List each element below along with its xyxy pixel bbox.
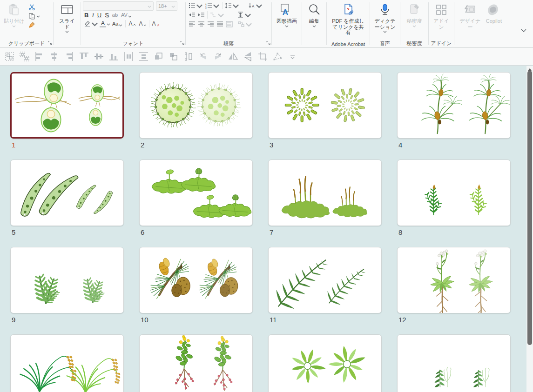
font-dialog-launcher[interactable]: [180, 40, 184, 47]
decrease-indent-button[interactable]: [188, 11, 196, 19]
italic-button[interactable]: I: [90, 12, 95, 19]
list-level-button[interactable]: [209, 11, 225, 19]
crop-button[interactable]: [257, 51, 269, 62]
sensitivity-group-label: 秘密度: [400, 40, 428, 47]
align-center-button[interactable]: [197, 20, 206, 28]
distribute-text-button[interactable]: [225, 20, 234, 28]
slide-art-crescent-desmids: [11, 160, 123, 226]
new-slide-button[interactable]: スライド: [55, 1, 79, 33]
highlight-color-button[interactable]: [83, 20, 99, 28]
slide-thumbnail-9[interactable]: [10, 247, 124, 313]
slide-thumbnail-11[interactable]: [268, 247, 382, 313]
distribute-horizontal-button[interactable]: [123, 51, 135, 62]
ungroup-button[interactable]: [19, 51, 30, 62]
slide-thumbnail-13[interactable]: [10, 334, 124, 392]
change-case-button[interactable]: Aa: [111, 21, 124, 27]
collapse-ribbon-button[interactable]: [520, 26, 527, 34]
convert-smartart-button[interactable]: [237, 20, 253, 28]
paragraph-dialog-launcher[interactable]: [266, 40, 270, 47]
flip-vertical-button[interactable]: [242, 51, 254, 62]
svg-text:A: A: [252, 4, 255, 8]
align-right-button[interactable]: [206, 20, 215, 28]
character-spacing-button[interactable]: AV: [120, 12, 133, 18]
distribute-vertical-button[interactable]: [138, 51, 149, 62]
sensitivity-button[interactable]: 秘密度: [405, 1, 424, 27]
underline-button[interactable]: U: [96, 12, 103, 19]
designer-button[interactable]: デザイナー: [456, 1, 484, 30]
scrollbar-thumb[interactable]: [527, 71, 532, 345]
slide-thumbnail-2[interactable]: [139, 72, 253, 139]
bold-button[interactable]: B: [83, 12, 90, 19]
align-left-button[interactable]: [188, 20, 196, 28]
shrink-font-button[interactable]: A: [138, 20, 148, 27]
align-center-objects-button[interactable]: [48, 51, 60, 62]
font-name-combo[interactable]: [83, 1, 154, 11]
text-direction-button[interactable]: A: [247, 1, 263, 10]
flip-horizontal-button[interactable]: [227, 51, 239, 62]
paste-button[interactable]: 貼り付け: [2, 1, 27, 27]
strikethrough-button[interactable]: ab: [111, 12, 119, 18]
slide-thumbnail-6[interactable]: [139, 159, 253, 226]
group-button[interactable]: [4, 51, 15, 62]
addins-label: アドイン: [432, 18, 450, 30]
bullet-list-button[interactable]: [188, 1, 204, 10]
paste-icon: [7, 3, 21, 17]
line-spacing-button[interactable]: [224, 1, 240, 10]
addins-button[interactable]: アドイン: [431, 1, 452, 30]
slide-thumbnail-12[interactable]: [397, 247, 511, 313]
align-middle-objects-button[interactable]: [93, 51, 105, 62]
slide-cell: 2: [139, 72, 253, 149]
resize-button[interactable]: [182, 51, 194, 62]
slide-thumbnail-1[interactable]: [10, 72, 124, 139]
cut-button[interactable]: [27, 3, 41, 11]
dictation-button[interactable]: ディクテーション: [372, 1, 398, 33]
align-text-button[interactable]: [236, 11, 252, 19]
create-pdf-share-link-button[interactable]: PDF を作成してリンクを共有: [329, 1, 368, 36]
align-right-objects-button[interactable]: [63, 51, 75, 62]
rotate-right-button[interactable]: [212, 51, 224, 62]
edit-points-button[interactable]: [272, 51, 283, 62]
slide-thumbnail-15[interactable]: [268, 334, 382, 392]
slide-thumbnail-10[interactable]: [139, 247, 253, 313]
send-backward-button[interactable]: [168, 51, 179, 62]
text-shadow-button[interactable]: S: [103, 12, 110, 19]
slide-thumbnail-4[interactable]: [397, 72, 511, 139]
draw-shapes-button[interactable]: A 図形描画: [275, 1, 299, 27]
slide-thumbnail-14[interactable]: [139, 334, 253, 392]
slide-number: 10: [141, 316, 253, 324]
clear-formatting-button[interactable]: A: [151, 20, 161, 27]
editing-button[interactable]: 編集: [305, 1, 323, 27]
align-bottom-objects-button[interactable]: [108, 51, 120, 62]
format-painter-button[interactable]: [27, 21, 41, 29]
slide-thumbnail-3[interactable]: [268, 72, 382, 139]
editing-group: 編集: [302, 0, 326, 47]
justify-button[interactable]: [216, 20, 224, 28]
pdf-link-icon: [341, 3, 355, 17]
caret-up-icon: [133, 24, 136, 27]
toolbar-overflow-button[interactable]: [287, 51, 298, 62]
paragraph-group: 123 A: [186, 0, 271, 47]
font-size-combo[interactable]: 18+: [156, 1, 177, 11]
align-left-objects-button[interactable]: [34, 51, 45, 62]
grow-font-button[interactable]: A: [127, 20, 137, 27]
copilot-button[interactable]: Copilot: [484, 1, 504, 24]
increase-indent-button[interactable]: [197, 11, 206, 19]
bring-forward-button[interactable]: [153, 51, 164, 62]
copy-button[interactable]: [27, 12, 41, 20]
numbered-list-button[interactable]: 123: [204, 1, 221, 10]
clipboard-dialog-launcher[interactable]: [48, 40, 52, 47]
slide-thumbnail-16[interactable]: [397, 334, 511, 392]
slide-thumbnail-5[interactable]: [10, 159, 124, 226]
rotate-left-button[interactable]: [197, 51, 209, 62]
dictation-label: ディクテーション: [374, 18, 396, 30]
align-top-objects-button[interactable]: [78, 51, 90, 62]
slide-thumbnail-7[interactable]: [268, 159, 382, 226]
vertical-scrollbar[interactable]: [526, 66, 533, 392]
font-color-button[interactable]: A: [100, 20, 106, 27]
slide-number: 12: [398, 316, 511, 324]
slide-art-fern-fronds: [269, 247, 381, 313]
svg-text:3: 3: [205, 7, 207, 9]
addins-group: アドイン アドイン: [429, 0, 454, 47]
slide-thumbnail-8[interactable]: [397, 159, 511, 226]
paragraph-group-label: 段落: [186, 40, 271, 47]
